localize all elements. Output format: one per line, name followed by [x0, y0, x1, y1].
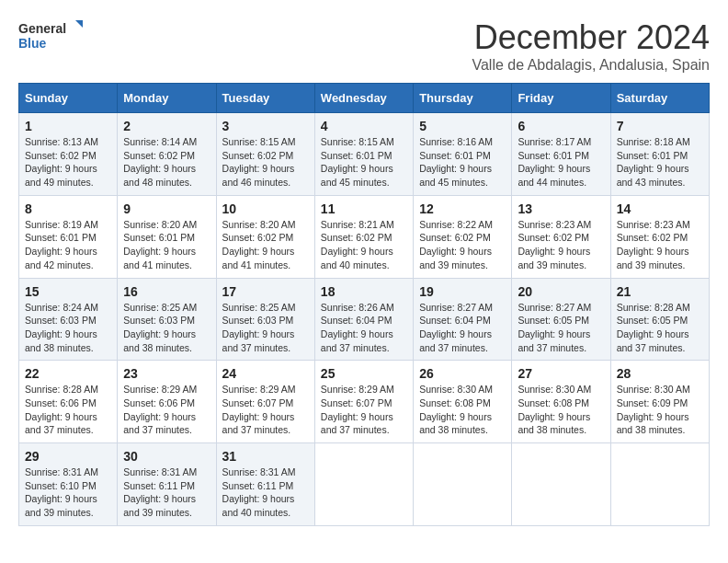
day-number: 11	[321, 201, 407, 216]
day-info: Sunrise: 8:24 AMSunset: 6:03 PMDaylight:…	[25, 301, 111, 355]
day-number: 23	[123, 366, 210, 381]
day-info: Sunrise: 8:14 AMSunset: 6:02 PMDaylight:…	[123, 135, 210, 190]
day-info: Sunrise: 8:27 AMSunset: 6:04 PMDaylight:…	[419, 301, 506, 355]
day-number: 10	[222, 201, 309, 216]
calendar-day-header: Friday	[512, 84, 610, 113]
day-number: 15	[25, 284, 111, 299]
calendar-day-header: Sunday	[19, 84, 118, 113]
calendar-day-cell: 1Sunrise: 8:13 AMSunset: 6:02 PMDaylight…	[19, 113, 118, 196]
day-number: 19	[419, 284, 506, 299]
day-number: 21	[617, 284, 703, 299]
logo-svg: General Blue	[18, 18, 83, 55]
calendar-day-cell: 17Sunrise: 8:25 AMSunset: 6:03 PMDayligh…	[216, 278, 314, 361]
calendar-day-cell: 21Sunrise: 8:28 AMSunset: 6:05 PMDayligh…	[610, 278, 709, 361]
calendar-day-cell: 18Sunrise: 8:26 AMSunset: 6:04 PMDayligh…	[314, 278, 413, 361]
calendar-day-cell: 2Sunrise: 8:14 AMSunset: 6:02 PMDaylight…	[118, 113, 216, 196]
day-number: 4	[321, 119, 407, 133]
day-info: Sunrise: 8:31 AMSunset: 6:11 PMDaylight:…	[123, 465, 210, 520]
calendar-week-row: 29Sunrise: 8:31 AMSunset: 6:10 PMDayligh…	[19, 443, 710, 526]
calendar-day-cell	[512, 443, 610, 526]
day-info: Sunrise: 8:27 AMSunset: 6:05 PMDaylight:…	[518, 301, 604, 355]
day-info: Sunrise: 8:23 AMSunset: 6:02 PMDaylight:…	[518, 218, 604, 272]
day-number: 27	[518, 366, 604, 381]
day-info: Sunrise: 8:17 AMSunset: 6:01 PMDaylight:…	[518, 135, 604, 190]
day-info: Sunrise: 8:20 AMSunset: 6:02 PMDaylight:…	[222, 218, 309, 272]
day-info: Sunrise: 8:19 AMSunset: 6:01 PMDaylight:…	[25, 218, 111, 272]
svg-text:Blue: Blue	[18, 36, 47, 51]
calendar-day-cell: 6Sunrise: 8:17 AMSunset: 6:01 PMDaylight…	[512, 113, 610, 196]
day-info: Sunrise: 8:29 AMSunset: 6:07 PMDaylight:…	[222, 383, 309, 437]
calendar-week-row: 22Sunrise: 8:28 AMSunset: 6:06 PMDayligh…	[19, 361, 710, 443]
calendar-day-cell: 8Sunrise: 8:19 AMSunset: 6:01 PMDaylight…	[19, 195, 118, 278]
day-info: Sunrise: 8:29 AMSunset: 6:07 PMDaylight:…	[321, 383, 407, 437]
calendar-day-cell: 4Sunrise: 8:15 AMSunset: 6:01 PMDaylight…	[314, 113, 413, 196]
day-info: Sunrise: 8:28 AMSunset: 6:05 PMDaylight:…	[617, 301, 703, 355]
day-info: Sunrise: 8:29 AMSunset: 6:06 PMDaylight:…	[123, 383, 210, 437]
calendar-day-cell: 23Sunrise: 8:29 AMSunset: 6:06 PMDayligh…	[118, 361, 216, 443]
calendar-day-cell: 5Sunrise: 8:16 AMSunset: 6:01 PMDaylight…	[414, 113, 512, 196]
calendar-day-cell: 15Sunrise: 8:24 AMSunset: 6:03 PMDayligh…	[19, 278, 118, 361]
calendar-day-cell: 28Sunrise: 8:30 AMSunset: 6:09 PMDayligh…	[610, 361, 709, 443]
day-info: Sunrise: 8:25 AMSunset: 6:03 PMDaylight:…	[222, 301, 309, 355]
day-info: Sunrise: 8:20 AMSunset: 6:01 PMDaylight:…	[123, 218, 210, 272]
day-info: Sunrise: 8:30 AMSunset: 6:09 PMDaylight:…	[617, 383, 703, 437]
day-number: 16	[123, 284, 210, 299]
calendar-day-cell: 26Sunrise: 8:30 AMSunset: 6:08 PMDayligh…	[414, 361, 512, 443]
day-info: Sunrise: 8:30 AMSunset: 6:08 PMDaylight:…	[518, 383, 604, 437]
day-info: Sunrise: 8:15 AMSunset: 6:01 PMDaylight:…	[321, 135, 407, 190]
day-info: Sunrise: 8:15 AMSunset: 6:02 PMDaylight:…	[222, 135, 309, 190]
day-number: 17	[222, 284, 309, 299]
day-number: 8	[25, 201, 111, 216]
svg-text:General: General	[18, 21, 66, 36]
calendar-table: SundayMondayTuesdayWednesdayThursdayFrid…	[18, 83, 710, 526]
day-number: 9	[123, 201, 210, 216]
calendar-day-cell: 25Sunrise: 8:29 AMSunset: 6:07 PMDayligh…	[314, 361, 413, 443]
calendar-day-header: Thursday	[414, 84, 512, 113]
day-number: 30	[123, 449, 210, 464]
day-number: 26	[419, 366, 506, 381]
day-number: 12	[419, 201, 506, 216]
day-info: Sunrise: 8:31 AMSunset: 6:11 PMDaylight:…	[222, 465, 309, 520]
calendar-week-row: 1Sunrise: 8:13 AMSunset: 6:02 PMDaylight…	[19, 113, 710, 196]
calendar-day-cell: 24Sunrise: 8:29 AMSunset: 6:07 PMDayligh…	[216, 361, 314, 443]
calendar-day-cell: 13Sunrise: 8:23 AMSunset: 6:02 PMDayligh…	[512, 195, 610, 278]
day-number: 24	[222, 366, 309, 381]
day-info: Sunrise: 8:16 AMSunset: 6:01 PMDaylight:…	[419, 135, 506, 190]
day-info: Sunrise: 8:26 AMSunset: 6:04 PMDaylight:…	[321, 301, 407, 355]
day-number: 20	[518, 284, 604, 299]
calendar-week-row: 15Sunrise: 8:24 AMSunset: 6:03 PMDayligh…	[19, 278, 710, 361]
day-info: Sunrise: 8:25 AMSunset: 6:03 PMDaylight:…	[123, 301, 210, 355]
day-number: 1	[25, 119, 111, 133]
calendar-day-cell: 22Sunrise: 8:28 AMSunset: 6:06 PMDayligh…	[19, 361, 118, 443]
day-number: 18	[321, 284, 407, 299]
calendar-day-cell: 30Sunrise: 8:31 AMSunset: 6:11 PMDayligh…	[118, 443, 216, 526]
calendar-day-cell: 19Sunrise: 8:27 AMSunset: 6:04 PMDayligh…	[414, 278, 512, 361]
day-number: 25	[321, 366, 407, 381]
calendar-day-cell: 10Sunrise: 8:20 AMSunset: 6:02 PMDayligh…	[216, 195, 314, 278]
calendar-day-cell: 29Sunrise: 8:31 AMSunset: 6:10 PMDayligh…	[19, 443, 118, 526]
day-info: Sunrise: 8:28 AMSunset: 6:06 PMDaylight:…	[25, 383, 111, 437]
day-number: 28	[617, 366, 703, 381]
svg-marker-2	[75, 20, 83, 29]
logo: General Blue	[18, 18, 83, 55]
day-number: 7	[617, 119, 703, 133]
day-info: Sunrise: 8:23 AMSunset: 6:02 PMDaylight:…	[617, 218, 703, 272]
calendar-day-cell	[414, 443, 512, 526]
day-number: 31	[222, 449, 309, 464]
day-info: Sunrise: 8:31 AMSunset: 6:10 PMDaylight:…	[25, 465, 111, 520]
page-header: General Blue December 2024 Valle de Abda…	[18, 18, 710, 74]
calendar-day-cell: 31Sunrise: 8:31 AMSunset: 6:11 PMDayligh…	[216, 443, 314, 526]
day-number: 6	[518, 119, 604, 133]
day-info: Sunrise: 8:13 AMSunset: 6:02 PMDaylight:…	[25, 135, 111, 190]
calendar-header-row: SundayMondayTuesdayWednesdayThursdayFrid…	[19, 84, 710, 113]
calendar-day-cell	[610, 443, 709, 526]
calendar-day-cell: 27Sunrise: 8:30 AMSunset: 6:08 PMDayligh…	[512, 361, 610, 443]
day-number: 5	[419, 119, 506, 133]
calendar-day-cell: 20Sunrise: 8:27 AMSunset: 6:05 PMDayligh…	[512, 278, 610, 361]
month-title: December 2024	[472, 18, 710, 57]
day-number: 29	[25, 449, 111, 464]
location-title: Valle de Abdalagis, Andalusia, Spain	[472, 57, 710, 74]
day-number: 13	[518, 201, 604, 216]
calendar-day-cell: 7Sunrise: 8:18 AMSunset: 6:01 PMDaylight…	[610, 113, 709, 196]
calendar-day-cell: 14Sunrise: 8:23 AMSunset: 6:02 PMDayligh…	[610, 195, 709, 278]
